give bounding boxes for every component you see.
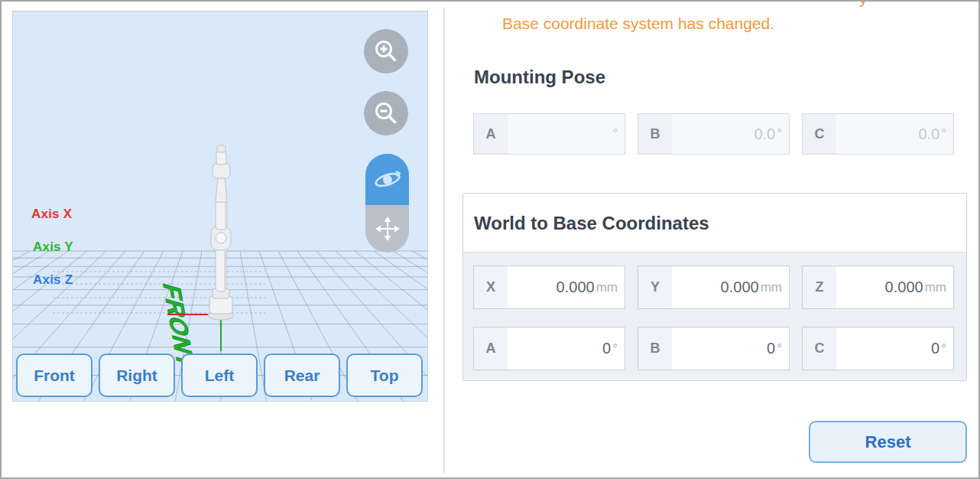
world-b-value: 0 xyxy=(767,340,775,357)
world-y-value: 0.000 xyxy=(721,279,759,296)
robot-arm-model xyxy=(208,145,234,320)
mounting-c-label: C xyxy=(803,114,836,154)
view-rear-button[interactable]: Rear xyxy=(264,354,340,397)
view-front-button[interactable]: Front xyxy=(16,354,92,397)
move-arrows-icon xyxy=(373,214,402,243)
world-c-field[interactable]: C 0° xyxy=(802,327,954,370)
mounting-c-value: 0.0 xyxy=(918,125,939,143)
reset-button[interactable]: Reset xyxy=(809,421,967,463)
world-c-unit: ° xyxy=(941,341,946,357)
world-z-value: 0.000 xyxy=(885,279,923,296)
world-a-unit: ° xyxy=(612,341,618,357)
robot-3d-viewport[interactable]: FRONT Axis X Axis Y xyxy=(12,11,428,402)
mounting-b-unit: ° xyxy=(777,126,782,142)
mounting-b-label: B xyxy=(638,114,672,154)
world-x-label: X xyxy=(474,266,508,308)
mounting-pose-title: Mounting Pose xyxy=(474,67,605,88)
world-y-label: Y xyxy=(638,266,672,308)
world-b-label: B xyxy=(638,327,672,370)
magnifier-plus-icon xyxy=(372,37,400,65)
mounting-c-unit: ° xyxy=(941,126,946,142)
view-left-button[interactable]: Left xyxy=(181,354,258,397)
world-a-value: 0 xyxy=(602,340,611,357)
mounting-b-field: B 0.0° xyxy=(638,113,790,155)
mounting-b-value: 0.0 xyxy=(754,125,775,143)
warning-clipped-line: y xyxy=(859,0,868,8)
axis-y-label: Axis Y xyxy=(33,240,73,255)
world-c-label: C xyxy=(803,327,836,370)
robot-settings-page: FRONT Axis X Axis Y xyxy=(0,0,980,479)
world-x-unit: mm xyxy=(596,280,618,295)
world-x-value: 0.000 xyxy=(557,279,595,296)
mounting-a-label: A xyxy=(474,114,508,154)
orbit-rotate-icon xyxy=(372,167,404,193)
world-b-unit: ° xyxy=(777,341,782,357)
world-z-label: Z xyxy=(803,266,836,308)
view-mode-toggle xyxy=(365,154,409,253)
world-y-unit: mm xyxy=(761,280,782,295)
axis-z-label: Axis Z xyxy=(33,272,73,288)
mounting-c-field: C 0.0° xyxy=(802,113,954,155)
world-c-value: 0 xyxy=(931,340,939,357)
world-to-base-title: World to Base Coordinates xyxy=(474,213,709,234)
world-z-field[interactable]: Z 0.000mm xyxy=(802,266,954,309)
panel-divider xyxy=(443,8,445,473)
zoom-in-button[interactable] xyxy=(364,29,408,73)
world-a-label: A xyxy=(474,327,508,370)
axis-x-label: Axis X xyxy=(31,207,72,222)
rotate-view-button[interactable] xyxy=(365,154,409,205)
world-z-unit: mm xyxy=(925,280,946,295)
world-a-field[interactable]: A 0° xyxy=(473,327,625,370)
world-y-field[interactable]: Y 0.000mm xyxy=(638,266,790,309)
warning-message: Base coordinate system has changed. xyxy=(502,15,774,33)
world-x-field[interactable]: X 0.000mm xyxy=(473,266,625,309)
world-b-field[interactable]: B 0° xyxy=(638,327,790,370)
view-top-button[interactable]: Top xyxy=(346,354,423,397)
magnifier-minus-icon xyxy=(372,99,400,127)
zoom-out-button[interactable] xyxy=(364,91,408,135)
mounting-a-field: A ° xyxy=(473,113,625,155)
mounting-a-unit: ° xyxy=(612,126,618,142)
view-right-button[interactable]: Right xyxy=(99,354,175,397)
pan-view-button[interactable] xyxy=(365,205,409,253)
